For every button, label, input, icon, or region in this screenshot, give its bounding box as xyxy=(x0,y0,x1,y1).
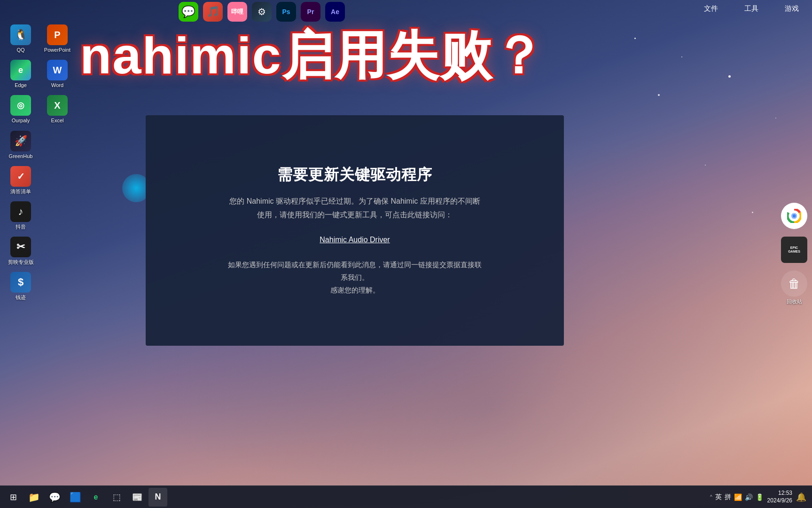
tiktok-icon: ♪ xyxy=(10,201,31,222)
desktop-icon-tiktok[interactable]: ♪ 抖音 xyxy=(4,199,38,232)
excel-label: Excel xyxy=(51,118,64,124)
top-icon-music[interactable]: 🎵 xyxy=(203,2,223,22)
tray-notification[interactable]: 🔔 xyxy=(796,492,806,502)
right-icon-chrome[interactable] xyxy=(781,203,807,229)
clock-time: 12:53 xyxy=(778,490,792,497)
tray-wifi[interactable]: 📶 xyxy=(734,493,742,501)
taskbar-wechat[interactable]: 💬 xyxy=(45,488,64,507)
right-icon-recycle-bin[interactable]: 🗑 xyxy=(781,270,807,297)
menu-item-games[interactable]: 游戏 xyxy=(781,2,803,15)
right-icons-area: EPICGAMES 🗑 回收站 xyxy=(781,203,807,305)
desktop-icons-area: 🐧 QQ P PowerPoint e Edge W Word ◎ Ourpal… xyxy=(0,19,78,307)
icon-row-3: ◎ Ourpaly X Excel xyxy=(4,93,74,126)
right-icon-epic-games[interactable]: EPICGAMES xyxy=(781,237,807,263)
desktop-icon-edge[interactable]: e Edge xyxy=(4,58,38,90)
icon-row-7: ✂ 剪映专业版 xyxy=(4,235,74,267)
top-icon-after-effects[interactable]: Ae xyxy=(325,2,345,22)
taskbar-feishu[interactable]: 🟦 xyxy=(66,488,85,507)
svg-point-3 xyxy=(792,214,796,218)
desktop-icon-ourpaly[interactable]: ◎ Ourpaly xyxy=(4,93,38,126)
top-menubar-right: 文件 工具 游戏 xyxy=(700,2,803,15)
desktop-icon-capcut[interactable]: ✂ 剪映专业版 xyxy=(4,235,38,267)
icon-row-6: ♪ 抖音 xyxy=(4,199,74,232)
top-icon-bilibili[interactable]: 哔哩 xyxy=(227,2,247,22)
top-icon-photoshop[interactable]: Ps xyxy=(276,2,296,22)
taskbar-right-area: ^ 英 拼 📶 🔊 🔋 12:53 2024/9/26 🔔 xyxy=(704,490,812,504)
powerpoint-icon: P xyxy=(47,24,68,45)
word-label: Word xyxy=(51,82,63,88)
greenhub-icon: 🚀 xyxy=(10,131,31,151)
clock[interactable]: 12:53 2024/9/26 xyxy=(767,490,792,504)
powerpoint-label: PowerPoint xyxy=(44,47,70,53)
taskbar-task-view[interactable]: ⬚ xyxy=(107,488,126,507)
dialog-subtitle: 您的 Nahimic 驱动程序似乎已经过期。为了确保 Nahimic 应用程序的… xyxy=(229,195,480,222)
tray-pinyin[interactable]: 拼 xyxy=(725,493,731,501)
qq-icon: 🐧 xyxy=(10,24,31,45)
tray-lang[interactable]: 英 xyxy=(715,493,722,501)
dida-label: 滴答清单 xyxy=(10,189,31,195)
ourpaly-label: Ourpaly xyxy=(12,118,30,124)
ourpaly-icon: ◎ xyxy=(10,95,31,116)
wallet-icon: $ xyxy=(10,272,31,293)
taskbar: ⊞ 📁 💬 🟦 e ⬚ 📰 N ^ 英 拼 📶 🔊 🔋 12:53 2024/9… xyxy=(0,485,812,508)
top-app-icons-bar: 💬 🎵 哔哩 ⚙ Ps Pr Ae xyxy=(179,2,345,22)
top-icon-wechat[interactable]: 💬 xyxy=(179,2,198,22)
menu-item-file[interactable]: 文件 xyxy=(700,2,722,15)
desktop-icon-powerpoint[interactable]: P PowerPoint xyxy=(40,23,74,55)
desktop-icon-word[interactable]: W Word xyxy=(40,58,74,90)
desktop-icon-greenhub[interactable]: 🚀 GreenHub xyxy=(4,129,38,161)
icon-row-2: e Edge W Word xyxy=(4,58,74,90)
top-icon-premiere[interactable]: Pr xyxy=(301,2,320,22)
right-icon-chrome-container xyxy=(781,203,807,229)
word-icon: W xyxy=(47,60,68,80)
icon-row-5: ✓ 滴答清单 xyxy=(4,164,74,197)
capcut-icon: ✂ xyxy=(10,237,31,257)
desktop-icon-dida[interactable]: ✓ 滴答清单 xyxy=(4,164,38,197)
right-icon-epic-container: EPICGAMES xyxy=(781,237,807,263)
dialog-link[interactable]: Nahimic Audio Driver xyxy=(320,236,390,244)
dialog-title: 需要更新关键驱动程序 xyxy=(277,165,432,185)
tray-chevron[interactable]: ^ xyxy=(710,494,712,500)
tray-volume[interactable]: 🔊 xyxy=(745,493,753,501)
recycle-bin-label: 回收站 xyxy=(787,298,802,305)
wallet-label: 钱迹 xyxy=(16,294,26,301)
taskbar-file-explorer[interactable]: 📁 xyxy=(24,488,43,507)
icon-row-8: $ 钱迹 xyxy=(4,270,74,302)
taskbar-nahimic[interactable]: N xyxy=(148,488,167,507)
icon-row-1: 🐧 QQ P PowerPoint xyxy=(4,23,74,55)
clock-date: 2024/9/26 xyxy=(767,497,792,505)
desktop-icon-qq[interactable]: 🐧 QQ xyxy=(4,23,38,55)
taskbar-left-area: ⊞ 📁 💬 🟦 e ⬚ 📰 N xyxy=(0,488,171,507)
excel-icon: X xyxy=(47,95,68,116)
right-icon-recycle-container: 🗑 回收站 xyxy=(781,270,807,305)
top-icon-steam[interactable]: ⚙ xyxy=(252,2,272,22)
dida-icon: ✓ xyxy=(10,166,31,187)
greenhub-label: GreenHub xyxy=(9,153,33,159)
nahimic-dialog: 需要更新关键驱动程序 您的 Nahimic 驱动程序似乎已经过期。为了确保 Na… xyxy=(146,115,564,346)
start-button[interactable]: ⊞ xyxy=(4,488,23,507)
taskbar-edge[interactable]: e xyxy=(86,488,105,507)
top-menubar: 文件 工具 游戏 xyxy=(0,0,812,17)
qq-label: QQ xyxy=(16,47,24,53)
desktop-icon-wallet[interactable]: $ 钱迹 xyxy=(4,270,38,302)
edge-icon: e xyxy=(10,60,31,80)
desktop-icon-excel[interactable]: X Excel xyxy=(40,93,74,126)
system-tray: ^ 英 拼 📶 🔊 🔋 xyxy=(710,493,764,501)
dialog-footer: 如果您遇到任何问题或在更新后仍能看到此消息，请通过同一链接提交票据直接联 系我们… xyxy=(228,258,482,296)
tray-battery[interactable]: 🔋 xyxy=(756,493,764,501)
menu-item-tools[interactable]: 工具 xyxy=(741,2,762,15)
taskbar-widgets[interactable]: 📰 xyxy=(128,488,147,507)
icon-row-4: 🚀 GreenHub xyxy=(4,129,74,161)
tiktok-label: 抖音 xyxy=(16,224,26,230)
edge-label: Edge xyxy=(15,82,27,88)
capcut-label: 剪映专业版 xyxy=(8,259,34,265)
